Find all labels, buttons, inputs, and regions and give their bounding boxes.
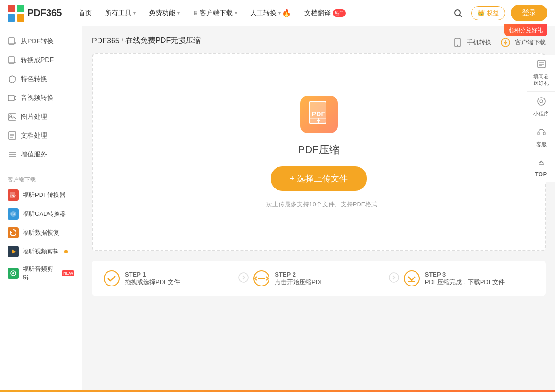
- headset-icon: [537, 127, 546, 139]
- survey-button[interactable]: 填问卷送好礼: [527, 55, 555, 92]
- svg-point-15: [10, 115, 12, 117]
- chevron-down-icon: ▾: [278, 10, 281, 16]
- svg-point-42: [239, 273, 248, 282]
- breadcrumb-link[interactable]: PDF365: [92, 37, 120, 45]
- audio-edit-icon: [8, 268, 19, 279]
- step1-text: STEP 1 拖拽或选择PDF文件: [125, 271, 180, 286]
- step2-icon: [253, 270, 270, 287]
- chevron-down-icon: ▾: [235, 10, 237, 16]
- sidebar-item-to-pdf[interactable]: 转换成PDF: [0, 51, 82, 70]
- breadcrumb-current: 在线免费PDF无损压缩: [125, 36, 201, 46]
- sidebar-app-video[interactable]: 福昕视频剪辑: [0, 242, 82, 261]
- login-button[interactable]: 登录: [511, 5, 547, 21]
- vip-button[interactable]: 👑 权益: [471, 6, 505, 20]
- miniapp-label: 小程序: [533, 110, 549, 117]
- step3-icon: [403, 270, 420, 287]
- upload-title: PDF压缩: [298, 143, 340, 157]
- nav-home[interactable]: 首页: [73, 6, 98, 20]
- nav-translate[interactable]: 文档翻译 热门: [299, 6, 351, 20]
- svg-line-9: [16, 42, 16, 43]
- list-icon: [8, 150, 17, 159]
- svg-marker-27: [10, 231, 12, 233]
- sidebar-item-vip[interactable]: 增值服务: [0, 145, 82, 164]
- step3-text: STEP 3 PDF压缩完成，下载PDF文件: [425, 271, 505, 286]
- float-sidebar: 填问卷送好礼 小程序 客服 TOP: [527, 55, 555, 182]
- header: PDF365 首页 所有工具 ▾ 免费功能 ▾ 🖥 客户端下载 ▾ 人工转换 ▾…: [0, 0, 555, 26]
- svg-point-53: [540, 100, 543, 103]
- step-arrow-2: [388, 272, 400, 286]
- survey-label: 填问卷送好礼: [533, 73, 549, 87]
- svg-rect-12: [8, 95, 14, 101]
- from-pdf-icon: [8, 37, 17, 46]
- svg-marker-13: [14, 96, 16, 100]
- recovery-icon: [8, 227, 19, 238]
- miniapp-icon: [537, 97, 546, 108]
- top-label: TOP: [535, 172, 547, 177]
- search-icon: [453, 8, 463, 18]
- breadcrumb-separator: /: [122, 37, 123, 45]
- sidebar-app-pdf[interactable]: PDF 福昕PDF转换器: [0, 186, 82, 204]
- sidebar-item-doc[interactable]: 文档处理: [0, 126, 82, 145]
- logo-icon: [8, 5, 24, 22]
- svg-text:PDF: PDF: [10, 194, 17, 198]
- nav-download[interactable]: 🖥 客户端下载 ▾: [187, 6, 243, 20]
- svg-point-32: [457, 45, 458, 46]
- svg-text:CAD: CAD: [11, 212, 17, 216]
- logo[interactable]: PDF365: [8, 5, 62, 22]
- survey-icon: [537, 59, 546, 71]
- sidebar-item-from-pdf[interactable]: 从PDF转换: [0, 32, 82, 51]
- pdf-file-icon: PDF: [307, 100, 331, 129]
- svg-point-41: [104, 271, 119, 286]
- sidebar-item-av[interactable]: 音视频转换: [0, 89, 82, 107]
- svg-rect-3: [17, 14, 24, 22]
- customer-service-button[interactable]: 客服: [527, 122, 555, 153]
- svg-rect-0: [8, 5, 15, 12]
- step-2: STEP 2 点击开始压缩PDF: [253, 270, 384, 287]
- header-right: 👑 权益 登录: [450, 5, 547, 21]
- svg-point-46: [404, 271, 419, 286]
- gift-badge[interactable]: 领积分兑好礼: [504, 24, 547, 36]
- nav-manual[interactable]: 人工转换 ▾ 🔥: [245, 6, 297, 20]
- upload-area: PDF PDF压缩 + 选择上传文件 一次上传最多支持10个文件、支持PDF格式: [92, 53, 546, 251]
- sidebar: 从PDF转换 转换成PDF 特色转换 音视频转换 图片处理: [0, 26, 82, 392]
- svg-text:PDF: PDF: [312, 110, 325, 118]
- upload-button[interactable]: + 选择上传文件: [271, 166, 367, 191]
- back-to-top-button[interactable]: TOP: [527, 153, 555, 182]
- step-3: STEP 3 PDF压缩完成，下载PDF文件: [403, 270, 534, 287]
- sidebar-app-recovery[interactable]: 福昕数据恢复: [0, 223, 82, 242]
- nav-all-tools[interactable]: 所有工具 ▾: [99, 6, 141, 20]
- step-arrow-1: [238, 272, 249, 286]
- miniapp-button[interactable]: 小程序: [527, 92, 555, 122]
- step2-text: STEP 2 点击开始压缩PDF: [275, 271, 324, 286]
- svg-point-45: [389, 273, 399, 282]
- hot-badge: 热门: [333, 9, 346, 17]
- mobile-convert-button[interactable]: 手机转换: [451, 36, 491, 49]
- video-edit-icon: [8, 246, 19, 257]
- main-header-right: 手机转换 客户端下载: [451, 36, 546, 49]
- sidebar-item-special[interactable]: 特色转换: [0, 70, 82, 89]
- nav-free[interactable]: 免费功能 ▾: [143, 6, 185, 20]
- step-1: STEP 1 拖拽或选择PDF文件: [103, 270, 234, 287]
- upload-hint: 一次上传最多支持10个文件、支持PDF格式: [260, 200, 377, 209]
- pdf-compress-icon: PDF: [300, 96, 338, 133]
- main-content: PDF365 / 在线免费PDF无损压缩 手机转换 客户端下载: [82, 26, 555, 392]
- svg-rect-2: [8, 14, 15, 22]
- image-icon: [8, 112, 17, 122]
- sidebar-section-title: 客户端下载: [0, 172, 82, 186]
- search-button[interactable]: [450, 6, 465, 21]
- sidebar-item-image[interactable]: 图片处理: [0, 107, 82, 126]
- shield-icon: [8, 74, 17, 84]
- pdf-converter-icon: PDF: [8, 189, 19, 201]
- svg-marker-28: [12, 249, 16, 254]
- bottom-progress-bar: [0, 390, 555, 392]
- svg-point-52: [538, 98, 545, 105]
- sidebar-app-audio[interactable]: 福昕音频剪辑 NEW: [0, 261, 82, 286]
- top-icon: [537, 158, 546, 170]
- fire-dot-icon: [64, 250, 68, 253]
- download-icon: [499, 36, 512, 49]
- svg-line-5: [460, 15, 462, 17]
- svg-point-30: [12, 272, 14, 274]
- logo-text: PDF365: [27, 8, 62, 18]
- sidebar-app-cad[interactable]: CAD 福昕CAD转换器: [0, 204, 82, 223]
- client-download-button[interactable]: 客户端下载: [499, 36, 546, 49]
